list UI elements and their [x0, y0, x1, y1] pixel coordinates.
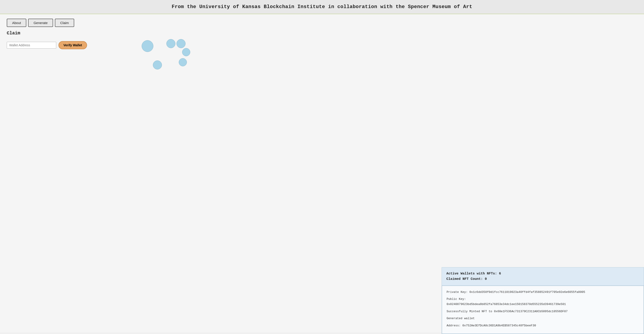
claim-section: Verify Wallet	[7, 40, 637, 49]
log-entry-3: Successfully Minted NFT to 0x60e1F536Ac7…	[446, 309, 639, 314]
log-public-key-value: 0x0240879623bd5bdea8b852fa76853e34dc1ee1…	[446, 303, 566, 306]
bubble-2	[166, 39, 176, 48]
stats-text: Active Wallets with NFTs: 6 Claimed NFT …	[446, 271, 639, 282]
log-public-key-label: Public Key:	[446, 297, 466, 301]
verify-wallet-button[interactable]: Verify Wallet	[58, 41, 87, 49]
bubble-6	[153, 60, 162, 69]
log-generated-wallet: Generated wallet	[446, 317, 475, 320]
active-wallets-count: 6	[499, 272, 501, 276]
log-private-key: Private Key: 0x1c6dd358f0d1fcc7611019023…	[446, 290, 585, 294]
bottom-panel: Active Wallets with NFTs: 6 Claimed NFT …	[442, 267, 644, 334]
log-entry-4: Generated wallet	[446, 316, 639, 321]
log-mint-success: Successfully Minted NFT to 0x60e1F536Ac7…	[446, 310, 568, 313]
log-entry-5: Address: 0x752Ae3EfDcA0c36D1A9b4EB587345…	[446, 323, 639, 328]
log-address: Address: 0x752Ae3EfDcA0c36D1A9b4EB587345…	[446, 324, 536, 327]
claim-button[interactable]: Claim	[55, 19, 74, 27]
wallet-address-input[interactable]	[7, 42, 56, 48]
nav-buttons: About Generate Claim	[7, 19, 637, 27]
header-bar: From the University of Kansas Blockchain…	[0, 0, 644, 14]
log-panel[interactable]: Private Key: 0x1c6dd358f0d1fcc7611019023…	[442, 286, 644, 334]
claim-form: Verify Wallet	[7, 41, 87, 49]
header-title: From the University of Kansas Blockchain…	[172, 4, 472, 10]
bubble-1	[142, 40, 153, 52]
page-title: Claim	[7, 30, 637, 36]
log-entry-2: Public Key: 0x0240879623bd5bdea8b852fa76…	[446, 297, 639, 307]
generate-button[interactable]: Generate	[28, 19, 53, 27]
bubble-5	[179, 58, 187, 66]
claimed-nft-count: 0	[485, 277, 487, 281]
bubble-3	[176, 39, 186, 48]
bubble-4	[182, 48, 190, 56]
about-button[interactable]: About	[7, 19, 26, 27]
stats-bar: Active Wallets with NFTs: 6 Claimed NFT …	[442, 268, 644, 286]
claimed-nft-label: Claimed NFT Count:	[446, 277, 483, 281]
log-entry-1: Private Key: 0x1c6dd358f0d1fcc7611019023…	[446, 290, 639, 295]
bubble-visualization	[137, 36, 204, 81]
active-wallets-label: Active Wallets with NFTs:	[446, 272, 497, 276]
